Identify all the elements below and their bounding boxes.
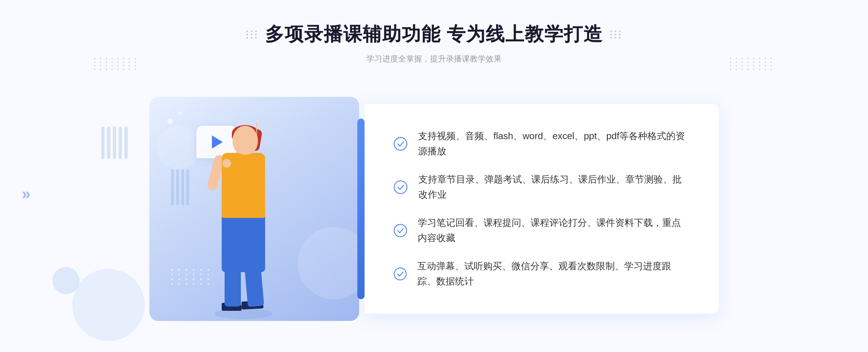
check-icon-3 <box>393 223 407 238</box>
deco-circle-tiny1 <box>167 119 173 124</box>
illustration-card <box>149 97 359 321</box>
title-dots-right <box>610 30 622 39</box>
feature-text-2: 支持章节目录、弹题考试、课后练习、课后作业、章节测验、批改作业 <box>418 172 690 202</box>
title-row: 多项录播课辅助功能 专为线上教学打造 <box>246 22 622 47</box>
person-illustration <box>186 119 294 321</box>
check-icon-2 <box>393 180 408 195</box>
dots-decoration-right <box>730 58 774 70</box>
title-dots-left <box>246 30 258 39</box>
left-nav-arrow[interactable]: » <box>22 185 30 203</box>
header-section: 多项录播课辅助功能 专为线上教学打造 学习进度全掌握，提升录播课教学效果 <box>246 22 622 64</box>
dots-decoration-left <box>94 58 138 70</box>
feature-item-1: 支持视频、音频、flash、word、excel、ppt、pdf等各种格式的资源… <box>393 129 690 159</box>
svg-point-3 <box>394 268 406 280</box>
page-title: 多项录播课辅助功能 专为线上教学打造 <box>265 22 603 47</box>
feature-item-4: 互动弹幕、试听购买、微信分享、观看次数限制、学习进度跟踪、数据统计 <box>393 259 690 289</box>
page-container: 多项录播课辅助功能 专为线上教学打造 学习进度全掌握，提升录播课教学效果 » <box>0 0 868 352</box>
person-pants <box>222 214 265 272</box>
check-icon-1 <box>393 136 408 151</box>
blue-accent-bar <box>357 119 365 299</box>
page-subtitle: 学习进度全掌握，提升录播课教学效果 <box>246 53 622 64</box>
content-area: 支持视频、音频、flash、word、excel、ppt、pdf等各种格式的资源… <box>145 82 723 335</box>
deco-bottom-circle-large <box>72 269 145 341</box>
deco-bottom-circle-small <box>52 267 80 294</box>
feature-text-4: 互动弹幕、试听购买、微信分享、观看次数限制、学习进度跟踪、数据统计 <box>417 259 690 289</box>
person-head <box>233 126 258 155</box>
check-icon-4 <box>393 266 407 282</box>
feature-text-1: 支持视频、音频、flash、word、excel、ppt、pdf等各种格式的资源… <box>418 129 690 159</box>
svg-point-2 <box>394 224 406 237</box>
deco-circle-tiny2 <box>178 111 182 115</box>
feature-text-3: 学习笔记回看、课程提问、课程评论打分、课件资料下载，重点内容收藏 <box>418 215 690 245</box>
svg-point-0 <box>394 138 407 150</box>
feature-item-2: 支持章节目录、弹题考试、课后练习、课后作业、章节测验、批改作业 <box>393 172 690 202</box>
svg-point-1 <box>394 181 407 193</box>
features-panel: 支持视频、音频、flash、word、excel、ppt、pdf等各种格式的资源… <box>365 104 719 314</box>
person-pointing-line <box>256 122 257 151</box>
feature-item-3: 学习笔记回看、课程提问、课程评论打分、课件资料下载，重点内容收藏 <box>393 215 690 245</box>
deco-stripes-main <box>101 126 128 159</box>
